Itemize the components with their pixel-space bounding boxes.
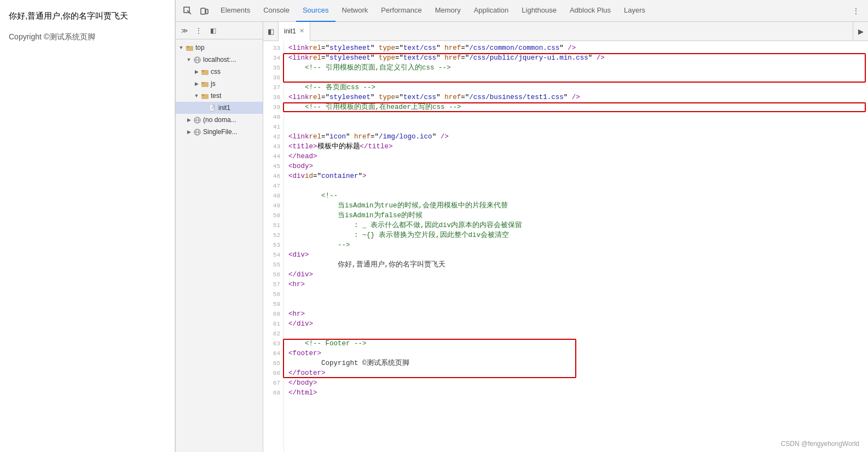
line-number: 58 (263, 289, 283, 299)
tree-arrow: ▼ (186, 56, 192, 63)
tree-arrow: ▼ (193, 92, 200, 99)
folder-icon (201, 92, 209, 100)
device-toolbar-button[interactable] (196, 3, 212, 19)
code-line (288, 122, 868, 132)
code-line: <!-- 各页面css --> (288, 83, 868, 92)
svg-rect-2 (201, 8, 205, 14)
sidebar-menu-button[interactable]: ⋮ (192, 24, 205, 37)
tab-layers[interactable]: Layers (617, 0, 652, 22)
svg-rect-15 (210, 105, 214, 111)
tree-item-SingleFile---[interactable]: ▶SingleFile... (176, 126, 263, 138)
code-content: <link rel="stylesheet" type="text/css" h… (284, 41, 868, 452)
line-number: 48 (263, 191, 283, 201)
code-line (288, 181, 868, 191)
editor-tab-label: init1 (284, 27, 296, 35)
line-number: 41 (263, 122, 283, 132)
tab-network[interactable]: Network (335, 0, 375, 22)
line-number: 67 (263, 378, 283, 388)
line-number: 55 (263, 260, 283, 270)
more-tabs-button[interactable]: ⋮ (848, 3, 864, 19)
editor-area: ◧ init1 ✕ ▶ 3334353637383940414243444546… (263, 22, 868, 452)
toolbar-icons (178, 3, 214, 19)
webpage-preview: 你好,普通用户,你的名字叫贾飞天 Copyright ©测试系统页脚 (0, 0, 175, 452)
webpage-footer: Copyright ©测试系统页脚 (9, 32, 166, 42)
tree-item-test[interactable]: ▼test (176, 90, 263, 102)
line-number: 44 (263, 152, 283, 161)
tree-item-js[interactable]: ▶js (176, 78, 263, 90)
tree-arrow: ▶ (186, 117, 192, 123)
code-line: <body> (288, 161, 868, 171)
csdn-watermark: CSDN @fengyehongWorld (781, 440, 859, 448)
editor-tab-init1[interactable]: init1 ✕ (279, 22, 310, 41)
code-line: <div id="container"> (288, 171, 868, 181)
tab-memory[interactable]: Memory (429, 0, 467, 22)
devtools-panel: Elements Console Sources Network Perform… (175, 0, 868, 452)
code-line: 你好,普通用户,你的名字叫贾飞天 (288, 260, 868, 270)
code-line: : ~{} 表示替换为空片段,因此整个div会被清空 (288, 230, 868, 240)
editor-back-button[interactable]: ◧ (263, 22, 279, 41)
svg-rect-14 (201, 94, 205, 96)
sidebar-toolbar: ≫ ⋮ ◧ (176, 22, 263, 39)
tree-item-top[interactable]: ▼top (176, 42, 263, 54)
code-line: Copyright ©测试系统页脚 (288, 358, 868, 368)
tab-elements[interactable]: Elements (214, 0, 257, 22)
tab-performance[interactable]: Performance (374, 0, 428, 22)
tree-arrow: ▶ (186, 129, 192, 135)
tree-item-label: init1 (218, 104, 230, 112)
tab-lighthouse[interactable]: Lighthouse (515, 0, 563, 22)
code-line: <link rel="icon" href="/img/logo.ico" /> (288, 132, 868, 142)
code-line: <footer> (288, 349, 868, 358)
line-number: 43 (263, 142, 283, 152)
code-line: <!-- Footer --> (288, 339, 868, 349)
line-numbers: 3334353637383940414243444546474849505152… (263, 41, 284, 452)
devtools-tabs: Elements Console Sources Network Perform… (214, 0, 848, 22)
line-number: 68 (263, 388, 283, 398)
tree-arrow: ▶ (193, 80, 200, 87)
inspect-element-button[interactable] (180, 3, 195, 19)
line-number: 35 (263, 63, 283, 73)
sidebar-more-button[interactable]: ≫ (178, 24, 191, 37)
tree-arrow: ▶ (193, 68, 200, 75)
globe-icon (193, 128, 201, 136)
line-number: 38 (263, 92, 283, 102)
code-line: </div> (288, 270, 868, 280)
editor-tab-close[interactable]: ✕ (299, 27, 304, 34)
line-number: 62 (263, 329, 283, 339)
tab-sources[interactable]: Sources (296, 0, 335, 22)
code-line: <!-- (288, 191, 868, 201)
line-number: 56 (263, 270, 283, 280)
line-number: 54 (263, 250, 283, 260)
code-line: </div> (288, 319, 868, 329)
file-tree: ▼top▼localhost:...▶css▶js▼testinit1▶(no … (176, 39, 263, 452)
code-line: <link rel="stylesheet" type="text/css" h… (288, 92, 868, 102)
code-line: --> (288, 240, 868, 250)
editor-tab-end-button[interactable]: ▶ (853, 22, 868, 41)
devtools-toolbar: Elements Console Sources Network Perform… (176, 0, 868, 22)
line-number: 52 (263, 230, 283, 240)
code-line (288, 289, 868, 299)
sidebar-collapse-button[interactable]: ◧ (206, 24, 219, 37)
line-number: 57 (263, 280, 283, 289)
tree-item-label: js (211, 80, 216, 88)
tree-item-localhost----[interactable]: ▼localhost:... (176, 54, 263, 66)
line-number: 40 (263, 112, 283, 122)
line-number: 59 (263, 299, 283, 309)
code-editor[interactable]: 3334353637383940414243444546474849505152… (263, 41, 868, 452)
line-number: 61 (263, 319, 283, 329)
tree-item-css[interactable]: ▶css (176, 66, 263, 78)
code-line (288, 329, 868, 339)
tab-application[interactable]: Application (467, 0, 516, 22)
tree-item-label: css (211, 68, 221, 76)
tree-item-init1[interactable]: init1 (176, 102, 263, 114)
tab-console[interactable]: Console (257, 0, 296, 22)
code-line: </body> (288, 378, 868, 388)
code-line: <hr> (288, 280, 868, 289)
tab-adblock[interactable]: Adblock Plus (563, 0, 617, 22)
tree-item-label: SingleFile... (203, 128, 238, 136)
code-line: <link rel="stylesheet" type="text/css" h… (288, 43, 868, 53)
line-number: 37 (263, 83, 283, 92)
tree-item-label: (no doma... (203, 116, 236, 124)
line-number: 63 (263, 339, 283, 349)
tree-item--no-doma---[interactable]: ▶(no doma... (176, 114, 263, 126)
line-number: 39 (263, 102, 283, 112)
